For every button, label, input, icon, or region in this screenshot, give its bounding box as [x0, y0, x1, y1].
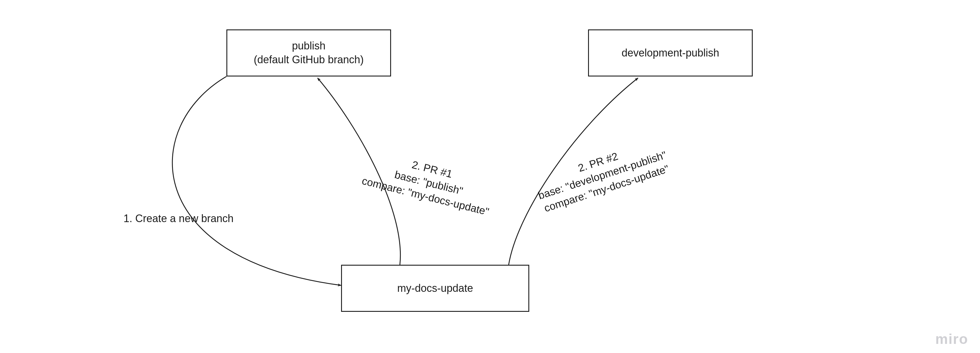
box-publish-title: publish: [292, 39, 326, 53]
label-pr2: 2. PR #2 base: "development-publish" com…: [532, 135, 673, 216]
box-my-docs-update: my-docs-update: [341, 265, 529, 312]
label-pr1: 2. PR #1 base: "publish" compare: "my-do…: [361, 147, 497, 219]
diagram-canvas: publish (default GitHub branch) developm…: [0, 0, 980, 353]
box-development-publish: development-publish: [588, 29, 753, 77]
box-publish: publish (default GitHub branch): [226, 29, 391, 77]
box-publish-subtitle: (default GitHub branch): [254, 53, 364, 67]
box-mydocs-title: my-docs-update: [397, 281, 473, 295]
arrow-create-branch: [172, 77, 341, 285]
miro-watermark: miro: [935, 331, 968, 347]
label-create-branch: 1. Create a new branch: [124, 212, 234, 226]
box-devpublish-title: development-publish: [622, 46, 719, 60]
